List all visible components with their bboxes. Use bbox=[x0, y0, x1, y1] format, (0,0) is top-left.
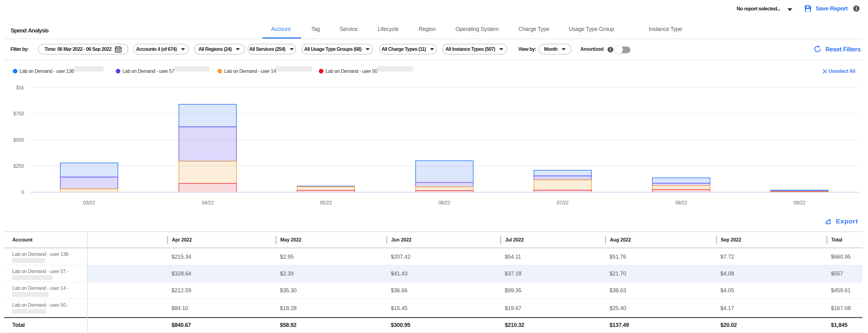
svg-text:07/22: 07/22 bbox=[557, 200, 569, 205]
svg-text:03/22: 03/22 bbox=[83, 200, 95, 205]
svg-text:$250: $250 bbox=[13, 163, 24, 169]
svg-text:0: 0 bbox=[21, 190, 24, 195]
svg-text:05/22: 05/22 bbox=[320, 200, 332, 205]
svg-text:08/22: 08/22 bbox=[675, 200, 687, 205]
svg-text:09/22: 09/22 bbox=[794, 200, 806, 205]
svg-text:$500: $500 bbox=[13, 137, 24, 143]
svg-text:04/22: 04/22 bbox=[202, 200, 214, 205]
svg-text:$1k: $1k bbox=[16, 85, 24, 90]
svg-text:06/22: 06/22 bbox=[439, 200, 451, 205]
svg-text:$750: $750 bbox=[13, 111, 24, 116]
